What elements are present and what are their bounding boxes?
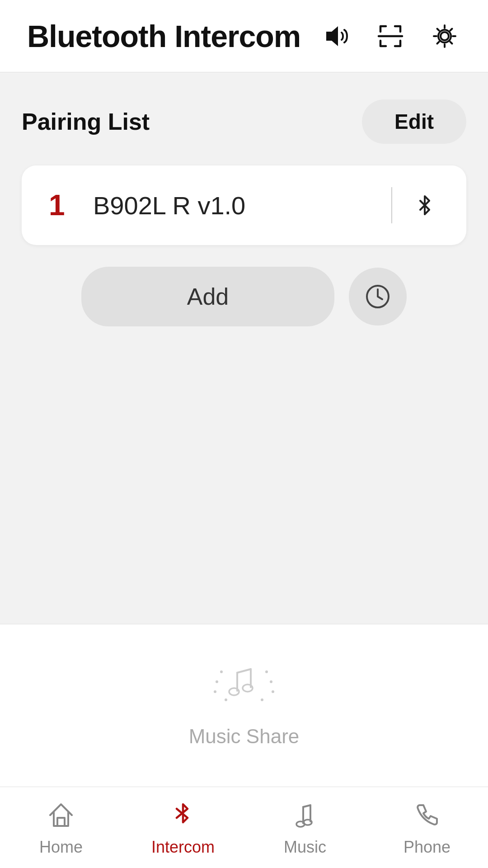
app-header: Bluetooth Intercom <box>0 0 488 72</box>
music-share-section: Music Share <box>0 624 488 787</box>
svg-point-11 <box>272 690 274 693</box>
nav-home-label: Home <box>39 838 83 857</box>
svg-point-5 <box>216 680 218 683</box>
svg-point-9 <box>270 680 272 683</box>
nav-phone-label: Phone <box>404 838 450 857</box>
nav-music-label: Music <box>284 838 326 857</box>
edit-button[interactable]: Edit <box>362 99 466 144</box>
bottom-nav: Home Intercom Music Pho <box>0 787 488 868</box>
pairing-section-header: Pairing List Edit <box>22 99 466 144</box>
svg-point-12 <box>261 698 263 701</box>
nav-music[interactable]: Music <box>244 787 366 868</box>
page-title: Bluetooth Intercom <box>27 19 300 54</box>
music-nav-icon <box>289 799 321 831</box>
svg-line-17 <box>237 669 251 673</box>
volume-icon[interactable] <box>320 20 352 52</box>
svg-point-6 <box>220 670 223 673</box>
bluetooth-status-icon[interactable] <box>410 191 439 220</box>
device-divider <box>391 187 392 223</box>
bluetooth-nav-icon <box>167 799 199 831</box>
phone-nav-icon <box>411 799 443 831</box>
device-card: 1 B902L R v1.0 <box>22 165 466 245</box>
svg-point-23 <box>304 820 312 825</box>
nav-phone[interactable]: Phone <box>366 787 488 868</box>
music-share-label: Music Share <box>189 725 300 748</box>
svg-point-10 <box>265 670 268 673</box>
add-button[interactable]: Add <box>81 267 334 326</box>
action-row: Add <box>22 267 466 326</box>
svg-marker-0 <box>326 26 338 46</box>
svg-line-21 <box>303 805 310 807</box>
device-name: B902L R v1.0 <box>93 191 373 220</box>
music-icon <box>212 664 276 711</box>
nav-home[interactable]: Home <box>0 787 122 868</box>
svg-point-16 <box>243 684 253 692</box>
settings-icon[interactable] <box>428 20 461 52</box>
device-number: 1 <box>49 189 71 222</box>
svg-point-14 <box>229 688 239 695</box>
nav-intercom-label: Intercom <box>151 838 215 857</box>
svg-rect-18 <box>57 818 65 826</box>
pairing-list-title: Pairing List <box>22 108 150 135</box>
scan-icon[interactable] <box>374 20 407 52</box>
home-icon <box>45 799 77 831</box>
history-button[interactable] <box>349 268 407 326</box>
svg-point-2 <box>441 32 449 40</box>
header-actions <box>320 20 461 52</box>
svg-point-7 <box>214 690 216 693</box>
main-content: Pairing List Edit 1 B902L R v1.0 Add <box>0 72 488 624</box>
nav-intercom[interactable]: Intercom <box>122 787 244 868</box>
svg-point-8 <box>225 698 227 701</box>
